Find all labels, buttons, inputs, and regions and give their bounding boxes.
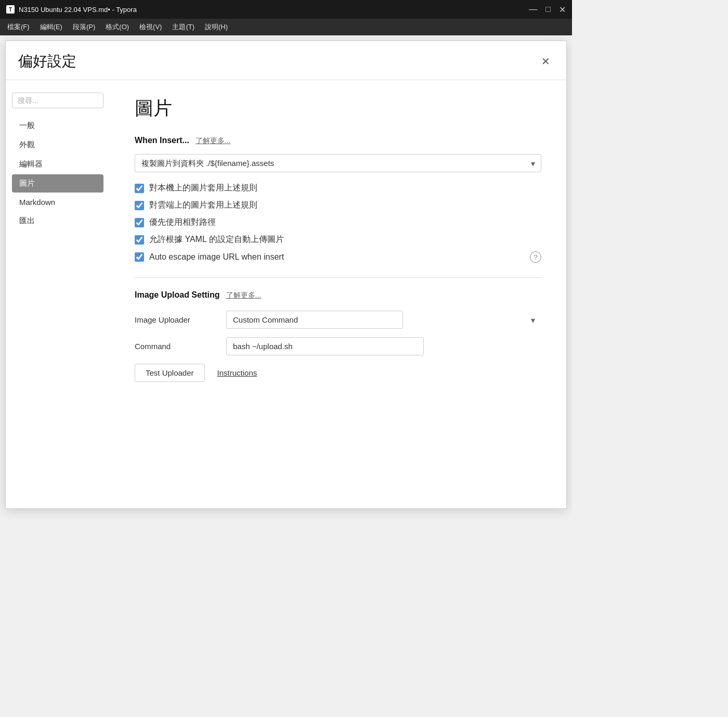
uploader-select-wrapper: Custom CommandiPicuPicPicGoPicGo-Core (c… — [226, 311, 541, 329]
checkbox-local-input[interactable] — [135, 184, 144, 193]
menu-item-p[interactable]: 段落(P) — [68, 20, 100, 34]
checkbox-yaml-upload-label: 允許根據 YAML 的設定自動上傳圖片 — [149, 234, 284, 245]
minimize-button[interactable]: — — [529, 5, 537, 14]
maximize-button[interactable]: □ — [545, 5, 551, 14]
dialog-close-button[interactable]: ✕ — [537, 53, 554, 70]
dialog-header: 偏好設定 ✕ — [6, 41, 566, 80]
checkbox-relative-path-input[interactable] — [135, 218, 144, 227]
when-insert-label: When Insert... — [135, 136, 189, 145]
sidebar-item-editor[interactable]: 編輯器 — [12, 155, 103, 173]
section-divider — [135, 277, 541, 278]
uploader-select-arrow-icon: ▾ — [531, 315, 535, 325]
actions-row: Test Uploader Instructions — [135, 364, 541, 382]
when-insert-learn-more[interactable]: 了解更多... — [196, 136, 231, 146]
checkbox-relative-path[interactable]: 優先使用相對路徑 — [135, 217, 541, 228]
checkbox-cloud[interactable]: 對雲端上的圖片套用上述規則 — [135, 200, 541, 211]
checkbox-escape-url-row: Auto escape image URL when insert ? — [135, 251, 541, 263]
upload-setting-heading: Image Upload Setting 了解更多... — [135, 290, 541, 300]
window-title: N3150 Ubuntu 22.04 VPS.md• - Typora — [19, 6, 137, 14]
content-area: 圖片 When Insert... 了解更多... 複製圖片到資料夾 ./${f… — [110, 80, 566, 508]
checkbox-escape-url-left: Auto escape image URL when insert — [135, 252, 284, 262]
uploader-label: Image Uploader — [135, 315, 218, 324]
test-uploader-button[interactable]: Test Uploader — [135, 364, 205, 382]
when-insert-heading: When Insert... 了解更多... — [135, 136, 541, 146]
menu-item-t[interactable]: 主題(T) — [167, 20, 200, 34]
uploader-row: Image Uploader Custom CommandiPicuPicPic… — [135, 311, 541, 329]
menu-item-o[interactable]: 格式(O) — [100, 20, 134, 34]
checkbox-local-label: 對本機上的圖片套用上述規則 — [149, 183, 257, 194]
upload-setting-label: Image Upload Setting — [135, 290, 220, 300]
sidebar-item-markdown[interactable]: Markdown — [12, 194, 103, 211]
insert-dropdown-wrapper: 複製圖片到資料夾 ./${filename}.assets不做任何動作複製到目前… — [135, 154, 541, 172]
window-controls: — □ ✕ — [529, 5, 566, 15]
sidebar-item-general[interactable]: 一般 — [12, 117, 103, 135]
command-input-wrapper — [226, 337, 541, 355]
title-bar: T N3150 Ubuntu 22.04 VPS.md• - Typora — … — [0, 0, 572, 19]
search-input[interactable] — [12, 93, 103, 108]
dialog-body: 一般 外觀 編輯器 圖片 Markdown 匯出 圖片 When Insert.… — [6, 80, 566, 508]
preferences-dialog: 偏好設定 ✕ 一般 外觀 編輯器 圖片 Markdown 匯出 圖片 When … — [5, 41, 567, 509]
sidebar-item-appearance[interactable]: 外觀 — [12, 136, 103, 154]
menu-item-f[interactable]: 檔案(F) — [2, 20, 35, 34]
command-label: Command — [135, 342, 218, 351]
checkbox-local[interactable]: 對本機上的圖片套用上述規則 — [135, 183, 541, 194]
checkbox-group: 對本機上的圖片套用上述規則 對雲端上的圖片套用上述規則 優先使用相對路徑 允許根… — [135, 183, 541, 263]
checkbox-cloud-input[interactable] — [135, 201, 144, 210]
title-bar-left: T N3150 Ubuntu 22.04 VPS.md• - Typora — [6, 5, 137, 14]
close-window-button[interactable]: ✕ — [559, 5, 566, 15]
command-row: Command — [135, 337, 541, 355]
menu-item-v[interactable]: 檢視(V) — [134, 20, 167, 34]
page-title: 圖片 — [135, 96, 541, 121]
uploader-select[interactable]: Custom CommandiPicuPicPicGoPicGo-Core (c… — [226, 311, 403, 329]
checkbox-cloud-label: 對雲端上的圖片套用上述規則 — [149, 200, 257, 211]
menu-item-h[interactable]: 說明(H) — [200, 20, 233, 34]
sidebar-item-images[interactable]: 圖片 — [12, 174, 103, 193]
command-input[interactable] — [226, 337, 424, 355]
instructions-link[interactable]: Instructions — [217, 368, 257, 377]
sidebar: 一般 外觀 編輯器 圖片 Markdown 匯出 — [6, 80, 110, 508]
help-icon[interactable]: ? — [530, 251, 541, 263]
sidebar-item-export[interactable]: 匯出 — [12, 212, 103, 230]
nav-items: 一般 外觀 編輯器 圖片 Markdown 匯出 — [12, 117, 103, 230]
menu-item-e[interactable]: 編輯(E) — [35, 20, 68, 34]
checkbox-relative-path-label: 優先使用相對路徑 — [149, 217, 216, 228]
insert-action-dropdown[interactable]: 複製圖片到資料夾 ./${filename}.assets不做任何動作複製到目前… — [135, 154, 541, 172]
dialog-title: 偏好設定 — [18, 52, 76, 71]
upload-learn-more[interactable]: 了解更多... — [226, 291, 262, 300]
checkbox-yaml-upload-input[interactable] — [135, 235, 144, 245]
checkbox-escape-url-input[interactable] — [135, 252, 144, 262]
checkbox-yaml-upload[interactable]: 允許根據 YAML 的設定自動上傳圖片 — [135, 234, 541, 245]
checkbox-escape-url-label: Auto escape image URL when insert — [149, 252, 284, 262]
menu-bar: 檔案(F)編輯(E)段落(P)格式(O)檢視(V)主題(T)說明(H) — [0, 19, 572, 35]
app-icon: T — [6, 5, 15, 14]
